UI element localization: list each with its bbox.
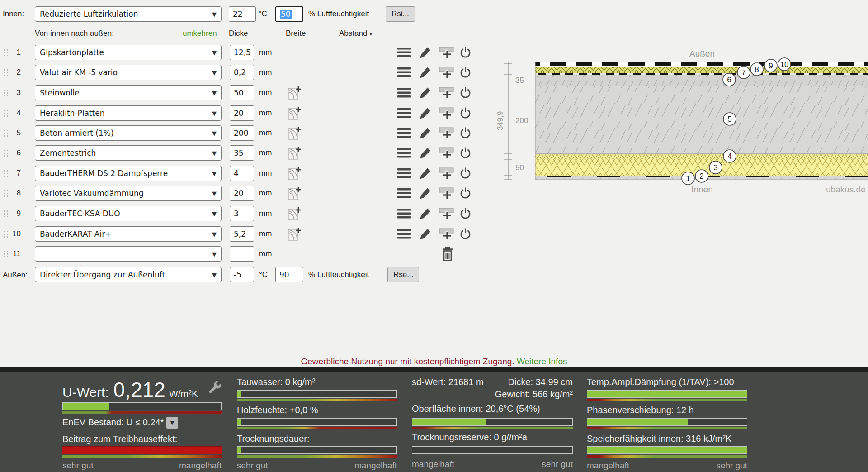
- thickness-input[interactable]: [230, 85, 254, 100]
- edit-pencil-icon[interactable]: [420, 47, 431, 58]
- drag-handle[interactable]: [3, 69, 9, 76]
- add-inhomogeneous-layer-icon[interactable]: [288, 146, 302, 160]
- wrench-icon[interactable]: [207, 380, 222, 396]
- power-toggle-icon[interactable]: [459, 86, 472, 99]
- material-select[interactable]: BauderTHERM DS 2 Dampfsperre▼: [35, 166, 222, 181]
- menu-icon[interactable]: [397, 128, 411, 138]
- material-select[interactable]: Zementestrich▼: [35, 145, 222, 161]
- drag-handle[interactable]: [3, 190, 9, 197]
- drag-handle[interactable]: [3, 89, 9, 97]
- trocknungsdauer-label: Trocknungsdauer: -: [237, 434, 315, 444]
- power-toggle-icon[interactable]: [459, 187, 472, 200]
- thickness-input[interactable]: [230, 226, 254, 242]
- insert-layer-icon[interactable]: [439, 187, 454, 200]
- material-select[interactable]: Valut air KM -5 vario▼: [35, 65, 222, 80]
- add-inhomogeneous-layer-icon[interactable]: [288, 86, 302, 100]
- drag-handle[interactable]: [3, 129, 9, 137]
- thickness-input[interactable]: [230, 65, 254, 80]
- drag-handle[interactable]: [3, 250, 9, 258]
- material-select[interactable]: BauderKARAT Air+▼: [35, 226, 222, 242]
- drag-handle[interactable]: [3, 49, 9, 57]
- power-toggle-icon[interactable]: [459, 66, 472, 79]
- add-inhomogeneous-layer-icon[interactable]: [288, 106, 302, 120]
- material-select[interactable]: Gipskartonplatte▼: [35, 45, 222, 60]
- thickness-input[interactable]: [230, 145, 254, 161]
- material-select[interactable]: Variotec Vakuumdämmung▼: [35, 186, 222, 201]
- power-toggle-icon[interactable]: [459, 107, 472, 119]
- insert-layer-icon[interactable]: [439, 66, 454, 79]
- edit-pencil-icon[interactable]: [420, 127, 431, 139]
- menu-icon[interactable]: [397, 148, 411, 158]
- thickness-input[interactable]: [230, 125, 254, 141]
- material-select[interactable]: ▼: [35, 246, 222, 262]
- power-toggle-icon[interactable]: [459, 228, 472, 240]
- insert-layer-icon[interactable]: [439, 147, 454, 159]
- drag-handle[interactable]: [3, 110, 9, 117]
- menu-icon[interactable]: [397, 88, 411, 98]
- insert-layer-icon[interactable]: [439, 127, 454, 139]
- aussen-humidity-unit: % Luftfeuchtigkeit: [308, 267, 369, 282]
- edit-pencil-icon[interactable]: [420, 228, 431, 240]
- material-select[interactable]: Heraklith-Platten▼: [35, 105, 222, 121]
- material-select[interactable]: BauderTEC KSA DUO▼: [35, 206, 222, 221]
- power-toggle-icon[interactable]: [459, 207, 472, 220]
- menu-icon[interactable]: [397, 108, 411, 118]
- aussen-medium-select[interactable]: Direkter Übergang zur Außenluft ▼: [35, 267, 222, 282]
- edit-pencil-icon[interactable]: [420, 107, 431, 119]
- power-toggle-icon[interactable]: [459, 147, 472, 159]
- innen-medium-select[interactable]: Reduzierte Luftzirkulation ▼: [35, 6, 222, 22]
- thickness-input[interactable]: [230, 206, 254, 221]
- trocknungsdauer-scale-strip: [237, 455, 397, 458]
- insert-layer-icon[interactable]: [439, 207, 454, 220]
- innen-humidity-input[interactable]: 50: [275, 6, 303, 22]
- menu-icon[interactable]: [397, 188, 411, 198]
- add-inhomogeneous-layer-icon[interactable]: [288, 167, 302, 180]
- add-inhomogeneous-layer-icon[interactable]: [288, 207, 302, 220]
- drag-handle[interactable]: [3, 149, 9, 157]
- insert-layer-icon[interactable]: [439, 86, 454, 99]
- menu-icon[interactable]: [397, 209, 411, 219]
- thickness-input[interactable]: [230, 246, 254, 262]
- rse-button[interactable]: Rse...: [387, 267, 419, 282]
- menu-icon[interactable]: [397, 67, 411, 77]
- drag-handle[interactable]: [3, 230, 9, 238]
- edit-pencil-icon[interactable]: [420, 208, 431, 219]
- col-header-abstand[interactable]: Abstand ▾: [339, 29, 372, 39]
- drag-handle[interactable]: [3, 170, 9, 177]
- scale-label-bad: mangelhaft: [62, 461, 222, 471]
- rsi-button[interactable]: Rsi...: [386, 6, 415, 22]
- edit-pencil-icon[interactable]: [420, 147, 431, 159]
- insert-layer-icon[interactable]: [439, 107, 454, 119]
- construction-cross-section: 35 200 50 349,9 Außen Innen ubakus.de 1 …: [497, 43, 868, 199]
- add-inhomogeneous-layer-icon[interactable]: [288, 227, 302, 241]
- drag-handle[interactable]: [3, 210, 9, 218]
- thickness-input[interactable]: [230, 166, 254, 181]
- innen-temp-input[interactable]: [229, 6, 256, 22]
- edit-pencil-icon[interactable]: [420, 67, 431, 78]
- edit-pencil-icon[interactable]: [420, 87, 431, 99]
- menu-icon[interactable]: [397, 229, 411, 239]
- material-select[interactable]: Beton armiert (1%)▼: [35, 125, 222, 141]
- add-inhomogeneous-layer-icon[interactable]: [288, 126, 302, 140]
- material-select[interactable]: Steinwolle▼: [35, 85, 222, 100]
- aussen-temp-input[interactable]: [230, 267, 254, 282]
- weitere-infos-link[interactable]: Weitere Infos: [517, 357, 567, 366]
- enev-dropdown-button[interactable]: ▼: [166, 417, 178, 429]
- power-toggle-icon[interactable]: [459, 127, 472, 139]
- insert-layer-icon[interactable]: [439, 228, 454, 240]
- insert-layer-icon[interactable]: [439, 167, 454, 180]
- aussen-humidity-input[interactable]: [275, 267, 303, 282]
- power-toggle-icon[interactable]: [459, 167, 472, 180]
- add-inhomogeneous-layer-icon[interactable]: [288, 186, 302, 200]
- umkehren-link[interactable]: umkehren: [183, 29, 217, 38]
- thickness-input[interactable]: [230, 105, 254, 121]
- menu-icon[interactable]: [397, 168, 411, 178]
- power-toggle-icon[interactable]: [459, 46, 472, 59]
- edit-pencil-icon[interactable]: [420, 187, 431, 199]
- thickness-input[interactable]: [230, 186, 254, 201]
- thickness-input[interactable]: [230, 45, 254, 60]
- edit-pencil-icon[interactable]: [420, 167, 431, 179]
- insert-layer-icon[interactable]: [439, 46, 454, 59]
- menu-icon[interactable]: [397, 48, 411, 57]
- delete-trash-icon[interactable]: [441, 247, 454, 262]
